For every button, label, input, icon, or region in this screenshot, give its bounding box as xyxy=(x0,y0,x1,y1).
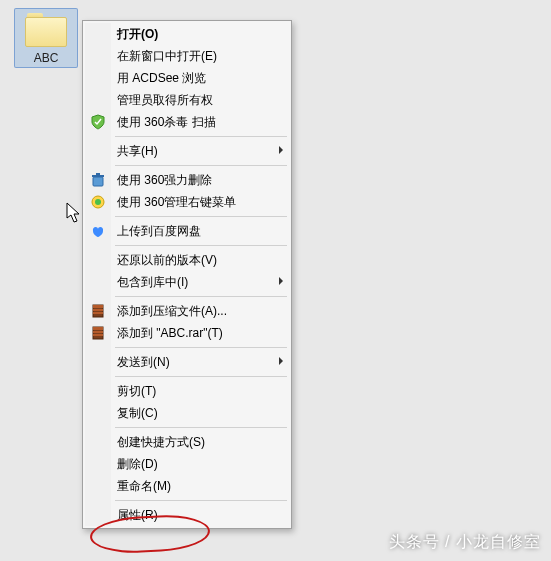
menu-separator xyxy=(115,376,287,377)
menu-separator xyxy=(115,136,287,137)
menu-separator xyxy=(115,165,287,166)
cursor-icon xyxy=(66,202,82,224)
context-menu: 打开(O)在新窗口中打开(E)用 ACDSee 浏览管理员取得所有权使用 360… xyxy=(82,20,292,529)
menu-separator xyxy=(115,296,287,297)
menu-item-还原以前的版本-V-[interactable]: 还原以前的版本(V) xyxy=(85,249,289,271)
menu-item-label: 添加到压缩文件(A)... xyxy=(117,304,227,318)
menu-item-属性-R-[interactable]: 属性(R) xyxy=(85,504,289,526)
menu-item-label: 上传到百度网盘 xyxy=(117,224,201,238)
menu-item-共享-H-[interactable]: 共享(H) xyxy=(85,140,289,162)
svg-rect-2 xyxy=(96,173,100,175)
menu-item-在新窗口中打开-E-[interactable]: 在新窗口中打开(E) xyxy=(85,45,289,67)
menu-item-添加到-ABC-rar-T-[interactable]: 添加到 "ABC.rar"(T) xyxy=(85,322,289,344)
menu-item-label: 共享(H) xyxy=(117,144,158,158)
menu-separator xyxy=(115,216,287,217)
shield-icon xyxy=(90,114,106,130)
svg-point-4 xyxy=(95,199,101,205)
chevron-right-icon xyxy=(279,277,283,285)
svg-rect-10 xyxy=(93,327,103,330)
menu-item-label: 复制(C) xyxy=(117,406,158,420)
svg-rect-8 xyxy=(93,312,103,314)
menu-item-label: 属性(R) xyxy=(117,508,158,522)
menu-item-label: 在新窗口中打开(E) xyxy=(117,49,217,63)
menu-item-创建快捷方式-S-[interactable]: 创建快捷方式(S) xyxy=(85,431,289,453)
menu-item-label: 发送到(N) xyxy=(117,355,170,369)
menu-separator xyxy=(115,427,287,428)
menu-item-用-ACDSee-浏览[interactable]: 用 ACDSee 浏览 xyxy=(85,67,289,89)
menu-item-复制-C-[interactable]: 复制(C) xyxy=(85,402,289,424)
menu-item-上传到百度网盘[interactable]: 上传到百度网盘 xyxy=(85,220,289,242)
menu-item-label: 使用 360强力删除 xyxy=(117,173,212,187)
menu-item-重命名-M-[interactable]: 重命名(M) xyxy=(85,475,289,497)
folder-label: ABC xyxy=(17,51,75,65)
baidupan-icon xyxy=(90,223,106,239)
menu-item-包含到库中-I-[interactable]: 包含到库中(I) xyxy=(85,271,289,293)
menu-item-使用-360杀毒-扫描[interactable]: 使用 360杀毒 扫描 xyxy=(85,111,289,133)
svg-rect-0 xyxy=(93,177,103,186)
watermark: 头条号 / 小龙自修室 xyxy=(389,532,541,553)
menu-item-label: 用 ACDSee 浏览 xyxy=(117,71,206,85)
svg-rect-12 xyxy=(93,334,103,336)
menu-item-label: 剪切(T) xyxy=(117,384,156,398)
ball360-icon xyxy=(90,194,106,210)
menu-item-label: 打开(O) xyxy=(117,27,158,41)
trash360-icon xyxy=(90,172,106,188)
menu-item-添加到压缩文件-A-[interactable]: 添加到压缩文件(A)... xyxy=(85,300,289,322)
menu-item-label: 包含到库中(I) xyxy=(117,275,188,289)
menu-item-label: 使用 360杀毒 扫描 xyxy=(117,115,216,129)
menu-item-label: 还原以前的版本(V) xyxy=(117,253,217,267)
desktop-folder[interactable]: ABC xyxy=(14,8,78,68)
rar-icon xyxy=(90,303,106,319)
menu-item-label: 添加到 "ABC.rar"(T) xyxy=(117,326,223,340)
svg-rect-11 xyxy=(93,331,103,333)
menu-item-使用-360强力删除[interactable]: 使用 360强力删除 xyxy=(85,169,289,191)
menu-item-label: 管理员取得所有权 xyxy=(117,93,213,107)
folder-icon xyxy=(25,13,67,47)
svg-rect-7 xyxy=(93,309,103,311)
menu-item-打开-O-[interactable]: 打开(O) xyxy=(85,23,289,45)
menu-separator xyxy=(115,347,287,348)
menu-item-label: 创建快捷方式(S) xyxy=(117,435,205,449)
menu-item-label: 使用 360管理右键菜单 xyxy=(117,195,236,209)
menu-item-发送到-N-[interactable]: 发送到(N) xyxy=(85,351,289,373)
menu-separator xyxy=(115,245,287,246)
chevron-right-icon xyxy=(279,146,283,154)
menu-item-管理员取得所有权[interactable]: 管理员取得所有权 xyxy=(85,89,289,111)
menu-separator xyxy=(115,500,287,501)
rar-icon xyxy=(90,325,106,341)
svg-rect-1 xyxy=(92,175,104,177)
menu-item-label: 删除(D) xyxy=(117,457,158,471)
menu-item-使用-360管理右键菜单[interactable]: 使用 360管理右键菜单 xyxy=(85,191,289,213)
svg-rect-6 xyxy=(93,305,103,308)
chevron-right-icon xyxy=(279,357,283,365)
menu-item-删除-D-[interactable]: 删除(D) xyxy=(85,453,289,475)
menu-item-label: 重命名(M) xyxy=(117,479,171,493)
menu-item-剪切-T-[interactable]: 剪切(T) xyxy=(85,380,289,402)
